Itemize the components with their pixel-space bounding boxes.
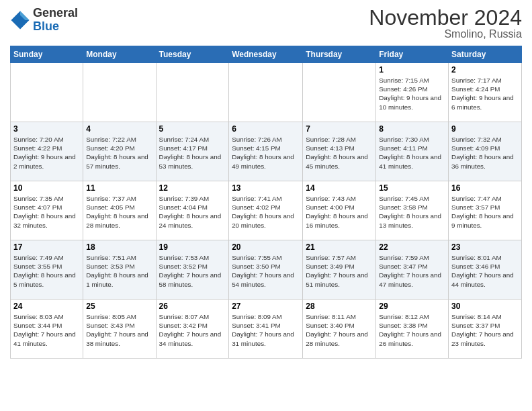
- calendar-week-row: 10Sunrise: 7:35 AM Sunset: 4:07 PM Dayli…: [11, 181, 522, 240]
- day-info: Sunrise: 7:17 AM Sunset: 4:24 PM Dayligh…: [451, 76, 519, 111]
- calendar-week-row: 3Sunrise: 7:20 AM Sunset: 4:22 PM Daylig…: [11, 122, 522, 181]
- table-row: 23Sunrise: 8:01 AM Sunset: 3:46 PM Dayli…: [449, 240, 522, 300]
- day-number: 16: [451, 183, 519, 193]
- table-row: 16Sunrise: 7:47 AM Sunset: 3:57 PM Dayli…: [449, 181, 522, 240]
- day-info: Sunrise: 7:35 AM Sunset: 4:07 PM Dayligh…: [13, 194, 80, 230]
- table-row: 8Sunrise: 7:30 AM Sunset: 4:11 PM Daylig…: [376, 122, 449, 181]
- day-number: 9: [451, 124, 519, 134]
- day-info: Sunrise: 8:11 AM Sunset: 3:40 PM Dayligh…: [306, 312, 373, 348]
- page-container: General Blue November 2024 Smolino, Russ…: [0, 0, 532, 362]
- calendar-week-row: 24Sunrise: 8:03 AM Sunset: 3:44 PM Dayli…: [11, 300, 522, 359]
- table-row: 19Sunrise: 7:53 AM Sunset: 3:52 PM Dayli…: [156, 240, 229, 300]
- table-row: 4Sunrise: 7:22 AM Sunset: 4:20 PM Daylig…: [83, 122, 156, 181]
- day-info: Sunrise: 7:47 AM Sunset: 3:57 PM Dayligh…: [451, 194, 519, 230]
- day-info: Sunrise: 7:51 AM Sunset: 3:53 PM Dayligh…: [86, 253, 152, 289]
- table-row: 14Sunrise: 7:43 AM Sunset: 4:00 PM Dayli…: [303, 181, 376, 240]
- day-number: 13: [232, 183, 300, 193]
- day-info: Sunrise: 7:37 AM Sunset: 4:05 PM Dayligh…: [86, 194, 152, 230]
- col-monday: Monday: [83, 46, 156, 63]
- day-info: Sunrise: 7:26 AM Sunset: 4:15 PM Dayligh…: [232, 135, 300, 171]
- table-row: 27Sunrise: 8:09 AM Sunset: 3:41 PM Dayli…: [229, 300, 303, 359]
- day-info: Sunrise: 8:01 AM Sunset: 3:46 PM Dayligh…: [451, 253, 519, 289]
- table-row: 17Sunrise: 7:49 AM Sunset: 3:55 PM Dayli…: [11, 240, 83, 300]
- table-row: 21Sunrise: 7:57 AM Sunset: 3:49 PM Dayli…: [303, 240, 376, 300]
- day-number: 7: [306, 124, 373, 134]
- day-number: 6: [232, 124, 300, 134]
- table-row: 3Sunrise: 7:20 AM Sunset: 4:22 PM Daylig…: [11, 122, 83, 181]
- day-info: Sunrise: 7:15 AM Sunset: 4:26 PM Dayligh…: [379, 76, 445, 111]
- logo: General Blue: [10, 7, 78, 34]
- day-number: 10: [13, 183, 80, 193]
- day-info: Sunrise: 7:59 AM Sunset: 3:47 PM Dayligh…: [379, 253, 445, 289]
- day-number: 24: [13, 302, 80, 311]
- table-row: 7Sunrise: 7:28 AM Sunset: 4:13 PM Daylig…: [303, 122, 376, 181]
- day-info: Sunrise: 7:43 AM Sunset: 4:00 PM Dayligh…: [306, 194, 373, 230]
- table-row: [229, 63, 303, 122]
- table-row: [11, 63, 83, 122]
- day-info: Sunrise: 7:32 AM Sunset: 4:09 PM Dayligh…: [451, 135, 519, 171]
- day-info: Sunrise: 7:45 AM Sunset: 3:58 PM Dayligh…: [379, 194, 445, 230]
- day-number: 5: [159, 124, 226, 134]
- title-section: November 2024 Smolino, Russia: [369, 7, 522, 40]
- table-row: 1Sunrise: 7:15 AM Sunset: 4:26 PM Daylig…: [376, 63, 449, 122]
- day-number: 8: [379, 124, 445, 134]
- day-number: 2: [451, 65, 519, 75]
- table-row: 5Sunrise: 7:24 AM Sunset: 4:17 PM Daylig…: [156, 122, 229, 181]
- day-info: Sunrise: 7:57 AM Sunset: 3:49 PM Dayligh…: [306, 253, 373, 289]
- table-row: 24Sunrise: 8:03 AM Sunset: 3:44 PM Dayli…: [11, 300, 83, 359]
- day-info: Sunrise: 8:14 AM Sunset: 3:37 PM Dayligh…: [451, 312, 519, 348]
- day-number: 21: [306, 242, 373, 252]
- day-number: 18: [86, 242, 152, 252]
- day-number: 26: [159, 302, 226, 311]
- day-info: Sunrise: 8:07 AM Sunset: 3:42 PM Dayligh…: [159, 312, 226, 348]
- table-row: 12Sunrise: 7:39 AM Sunset: 4:04 PM Dayli…: [156, 181, 229, 240]
- day-info: Sunrise: 7:20 AM Sunset: 4:22 PM Dayligh…: [13, 135, 80, 171]
- day-info: Sunrise: 7:53 AM Sunset: 3:52 PM Dayligh…: [159, 253, 226, 289]
- month-title: November 2024: [369, 7, 522, 28]
- table-row: 6Sunrise: 7:26 AM Sunset: 4:15 PM Daylig…: [229, 122, 303, 181]
- table-row: [303, 63, 376, 122]
- day-number: 1: [379, 65, 445, 75]
- table-row: 20Sunrise: 7:55 AM Sunset: 3:50 PM Dayli…: [229, 240, 303, 300]
- table-row: 25Sunrise: 8:05 AM Sunset: 3:43 PM Dayli…: [83, 300, 156, 359]
- table-row: 29Sunrise: 8:12 AM Sunset: 3:38 PM Dayli…: [376, 300, 449, 359]
- logo-blue: Blue: [33, 19, 59, 33]
- table-row: 2Sunrise: 7:17 AM Sunset: 4:24 PM Daylig…: [449, 63, 522, 122]
- col-wednesday: Wednesday: [229, 46, 303, 63]
- day-info: Sunrise: 7:28 AM Sunset: 4:13 PM Dayligh…: [306, 135, 373, 171]
- day-number: 25: [86, 302, 152, 311]
- day-info: Sunrise: 7:41 AM Sunset: 4:02 PM Dayligh…: [232, 194, 300, 230]
- table-row: 10Sunrise: 7:35 AM Sunset: 4:07 PM Dayli…: [11, 181, 83, 240]
- day-number: 29: [379, 302, 445, 311]
- day-number: 30: [451, 302, 519, 311]
- calendar: Sunday Monday Tuesday Wednesday Thursday…: [10, 46, 522, 359]
- logo-general: General: [33, 6, 78, 19]
- logo-icon: [10, 10, 30, 30]
- col-saturday: Saturday: [449, 46, 522, 63]
- day-number: 20: [232, 242, 300, 252]
- day-info: Sunrise: 7:39 AM Sunset: 4:04 PM Dayligh…: [159, 194, 226, 230]
- day-info: Sunrise: 7:55 AM Sunset: 3:50 PM Dayligh…: [232, 253, 300, 289]
- logo-text: General Blue: [33, 7, 78, 34]
- day-info: Sunrise: 7:22 AM Sunset: 4:20 PM Dayligh…: [86, 135, 152, 171]
- day-number: 4: [86, 124, 152, 134]
- table-row: 13Sunrise: 7:41 AM Sunset: 4:02 PM Dayli…: [229, 181, 303, 240]
- col-sunday: Sunday: [11, 46, 83, 63]
- day-number: 22: [379, 242, 445, 252]
- col-thursday: Thursday: [303, 46, 376, 63]
- day-number: 14: [306, 183, 373, 193]
- table-row: 15Sunrise: 7:45 AM Sunset: 3:58 PM Dayli…: [376, 181, 449, 240]
- calendar-header-row: Sunday Monday Tuesday Wednesday Thursday…: [11, 46, 522, 63]
- table-row: 28Sunrise: 8:11 AM Sunset: 3:40 PM Dayli…: [303, 300, 376, 359]
- day-info: Sunrise: 8:09 AM Sunset: 3:41 PM Dayligh…: [232, 312, 300, 348]
- day-info: Sunrise: 8:03 AM Sunset: 3:44 PM Dayligh…: [13, 312, 80, 348]
- day-number: 17: [13, 242, 80, 252]
- day-info: Sunrise: 7:24 AM Sunset: 4:17 PM Dayligh…: [159, 135, 226, 171]
- table-row: [83, 63, 156, 122]
- day-number: 15: [379, 183, 445, 193]
- col-friday: Friday: [376, 46, 449, 63]
- day-number: 23: [451, 242, 519, 252]
- location: Smolino, Russia: [369, 28, 522, 40]
- day-info: Sunrise: 8:05 AM Sunset: 3:43 PM Dayligh…: [86, 312, 152, 348]
- day-info: Sunrise: 8:12 AM Sunset: 3:38 PM Dayligh…: [379, 312, 445, 348]
